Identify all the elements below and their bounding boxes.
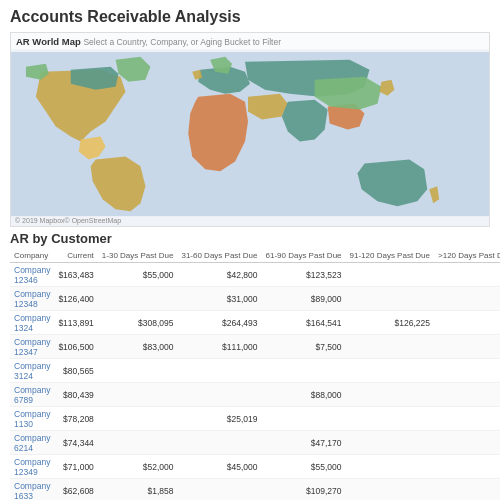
cell-d120 — [434, 287, 500, 311]
cell-d91_120 — [346, 287, 435, 311]
cell-company: Company 3124 — [10, 359, 54, 383]
cell-d31_60 — [177, 359, 261, 383]
map-title: AR World Map — [16, 36, 81, 47]
cell-d61_90: $7,500 — [261, 335, 345, 359]
cell-d91_120 — [346, 335, 435, 359]
cell-d1_30 — [98, 287, 178, 311]
cell-d120 — [434, 431, 500, 455]
cell-company: Company 12346 — [10, 263, 54, 287]
cell-d61_90 — [261, 359, 345, 383]
cell-d61_90: $88,000 — [261, 383, 345, 407]
cell-d91_120 — [346, 455, 435, 479]
table-row[interactable]: Company 12349$71,000$52,000$45,000$55,00… — [10, 455, 500, 479]
cell-d1_30: $308,095 — [98, 311, 178, 335]
cell-d120 — [434, 455, 500, 479]
cell-company: Company 1633 — [10, 479, 54, 501]
cell-company: Company 12349 — [10, 455, 54, 479]
app-container: Accounts Receivable Analysis AR World Ma… — [0, 0, 500, 500]
cell-d31_60: $31,000 — [177, 287, 261, 311]
cell-d120 — [434, 407, 500, 431]
cell-current: $71,000 — [54, 455, 97, 479]
page-title: Accounts Receivable Analysis — [10, 8, 490, 26]
cell-d1_30: $52,000 — [98, 455, 178, 479]
col-1-30: 1-30 Days Past Due — [98, 249, 178, 263]
cell-company: Company 6214 — [10, 431, 54, 455]
cell-d31_60 — [177, 383, 261, 407]
cell-d1_30 — [98, 383, 178, 407]
cell-company: Company 12348 — [10, 287, 54, 311]
cell-d1_30 — [98, 407, 178, 431]
cell-d91_120 — [346, 359, 435, 383]
map-label: AR World Map Select a Country, Company, … — [11, 33, 489, 49]
table-row[interactable]: Company 6214$74,344$47,170 — [10, 431, 500, 455]
cell-d91_120 — [346, 407, 435, 431]
map-filter-hint: Select a Country, Company, or Aging Buck… — [83, 37, 281, 47]
col-company: Company — [10, 249, 54, 263]
cell-d61_90: $89,000 — [261, 287, 345, 311]
cell-current: $113,891 — [54, 311, 97, 335]
cell-d31_60: $45,000 — [177, 455, 261, 479]
table-header-row: Company Current 1-30 Days Past Due 31-60… — [10, 249, 500, 263]
cell-d120 — [434, 263, 500, 287]
cell-d61_90: $109,270 — [261, 479, 345, 501]
col-31-60: 31-60 Days Past Due — [177, 249, 261, 263]
cell-company: Company 6789 — [10, 383, 54, 407]
cell-current: $126,400 — [54, 287, 97, 311]
cell-d31_60: $42,800 — [177, 263, 261, 287]
cell-current: $74,344 — [54, 431, 97, 455]
cell-d1_30 — [98, 431, 178, 455]
cell-d91_120 — [346, 431, 435, 455]
cell-d91_120: $126,225 — [346, 311, 435, 335]
cell-current: $78,208 — [54, 407, 97, 431]
cell-current: $80,439 — [54, 383, 97, 407]
cell-company: Company 1130 — [10, 407, 54, 431]
cell-d61_90: $55,000 — [261, 455, 345, 479]
cell-current: $163,483 — [54, 263, 97, 287]
table-row[interactable]: Company 12346$163,483$55,000$42,800$123,… — [10, 263, 500, 287]
table-row[interactable]: Company 6789$80,439$88,000 — [10, 383, 500, 407]
table-row[interactable]: Company 12347$106,500$83,000$111,000$7,5… — [10, 335, 500, 359]
col-current: Current — [54, 249, 97, 263]
col-120-plus: >120 Days Past Due — [434, 249, 500, 263]
cell-d120 — [434, 311, 500, 335]
map-credit: © 2019 Mapbox© OpenStreetMap — [15, 217, 121, 224]
cell-d61_90: $47,170 — [261, 431, 345, 455]
cell-current: $80,565 — [54, 359, 97, 383]
table-section-title: AR by Customer — [10, 231, 490, 246]
cell-d31_60: $111,000 — [177, 335, 261, 359]
cell-d61_90: $123,523 — [261, 263, 345, 287]
world-map-svg[interactable] — [11, 49, 489, 219]
table-row[interactable]: Company 1130$78,208$25,019 — [10, 407, 500, 431]
cell-d1_30: $83,000 — [98, 335, 178, 359]
cell-d1_30 — [98, 359, 178, 383]
cell-d120 — [434, 383, 500, 407]
cell-d61_90: $164,541 — [261, 311, 345, 335]
cell-d61_90 — [261, 407, 345, 431]
cell-d91_120 — [346, 479, 435, 501]
cell-d91_120 — [346, 263, 435, 287]
table-row[interactable]: Company 1324$113,891$308,095$264,493$164… — [10, 311, 500, 335]
col-91-120: 91-120 Days Past Due — [346, 249, 435, 263]
cell-company: Company 1324 — [10, 311, 54, 335]
cell-d31_60 — [177, 431, 261, 455]
cell-current: $62,608 — [54, 479, 97, 501]
cell-d31_60: $264,493 — [177, 311, 261, 335]
world-map-section[interactable]: AR World Map Select a Country, Company, … — [10, 32, 490, 227]
cell-d120 — [434, 479, 500, 501]
cell-d120 — [434, 359, 500, 383]
col-61-90: 61-90 Days Past Due — [261, 249, 345, 263]
cell-d31_60 — [177, 479, 261, 501]
cell-d31_60: $25,019 — [177, 407, 261, 431]
table-row[interactable]: Company 3124$80,565 — [10, 359, 500, 383]
cell-d1_30: $1,858 — [98, 479, 178, 501]
cell-d91_120 — [346, 383, 435, 407]
cell-company: Company 12347 — [10, 335, 54, 359]
cell-d120 — [434, 335, 500, 359]
ar-table: Company Current 1-30 Days Past Due 31-60… — [10, 249, 500, 500]
table-row[interactable]: Company 12348$126,400$31,000$89,000 — [10, 287, 500, 311]
cell-d1_30: $55,000 — [98, 263, 178, 287]
cell-current: $106,500 — [54, 335, 97, 359]
table-row[interactable]: Company 1633$62,608$1,858$109,270 — [10, 479, 500, 501]
